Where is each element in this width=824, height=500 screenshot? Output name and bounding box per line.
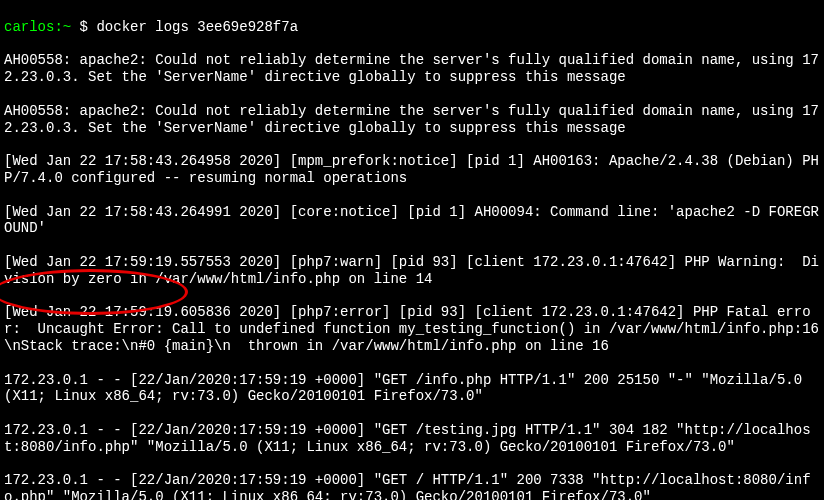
- terminal-output[interactable]: carlos:~ $ docker logs 3ee69e928f7a AH00…: [0, 0, 824, 500]
- log-line: AH00558: apache2: Could not reliably det…: [4, 103, 820, 137]
- command-text: docker logs 3ee69e928f7a: [96, 19, 298, 35]
- prompt-path: ~: [63, 19, 71, 35]
- log-line: [Wed Jan 22 17:59:19.557553 2020] [php7:…: [4, 254, 820, 288]
- log-line: 172.23.0.1 - - [22/Jan/2020:17:59:19 +00…: [4, 372, 820, 406]
- log-line: AH00558: apache2: Could not reliably det…: [4, 52, 820, 86]
- log-line: [Wed Jan 22 17:58:43.264991 2020] [core:…: [4, 204, 820, 238]
- log-line-fatal-error: [Wed Jan 22 17:59:19.605836 2020] [php7:…: [4, 304, 820, 354]
- prompt-line-1: carlos:~ $ docker logs 3ee69e928f7a: [4, 19, 820, 36]
- log-line: 172.23.0.1 - - [22/Jan/2020:17:59:19 +00…: [4, 422, 820, 456]
- prompt-user: carlos:: [4, 19, 63, 35]
- prompt-dollar: $: [71, 19, 96, 35]
- log-line: 172.23.0.1 - - [22/Jan/2020:17:59:19 +00…: [4, 472, 820, 500]
- log-line: [Wed Jan 22 17:58:43.264958 2020] [mpm_p…: [4, 153, 820, 187]
